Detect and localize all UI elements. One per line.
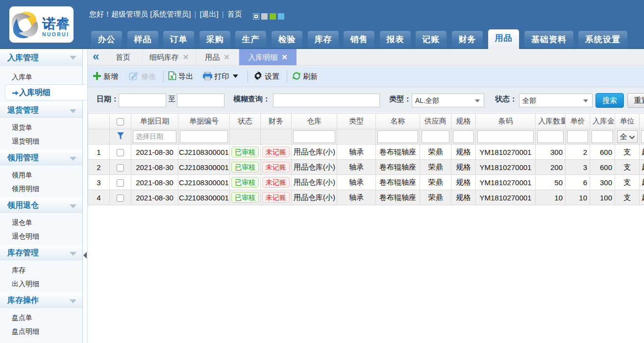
svg-text:x: x bbox=[170, 74, 173, 80]
svg-text:诺睿: 诺睿 bbox=[42, 16, 70, 31]
svg-text:NUORUI: NUORUI bbox=[42, 31, 69, 37]
